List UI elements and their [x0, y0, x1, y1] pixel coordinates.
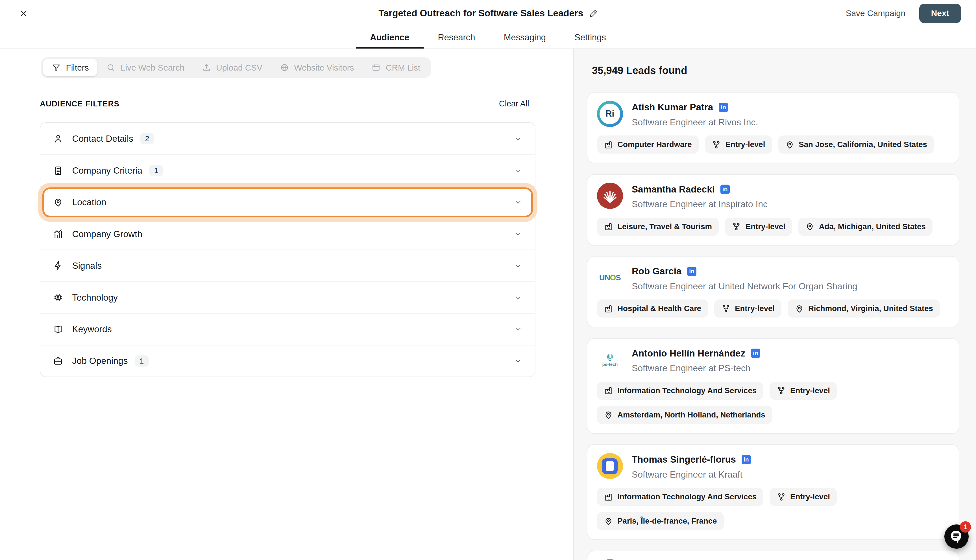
- audience-filters-panel: FiltersLive Web SearchUpload CSVWebsite …: [0, 48, 574, 560]
- segment-website-visitors: Website Visitors: [271, 59, 363, 76]
- lead-tag-richmond-virginia-united-states: Richmond, Virginia, United States: [787, 300, 940, 318]
- filter-label: Technology: [72, 292, 118, 303]
- lead-tag-entry-level: Entry-level: [769, 488, 837, 506]
- page-title: Targeted Outreach for Software Sales Lea…: [379, 8, 583, 18]
- segment-label: CRM List: [386, 63, 420, 73]
- map-pin-icon: [795, 304, 804, 313]
- chevron-down-icon: [514, 166, 522, 175]
- tag-label: Entry-level: [735, 304, 775, 313]
- close-button[interactable]: [15, 5, 32, 22]
- lead-subtitle: Software Engineer at Inspirato Inc: [632, 199, 767, 210]
- tag-label: Entry-level: [790, 386, 830, 395]
- seniority-icon: [777, 492, 786, 502]
- lead-card-atish-kumar-patra[interactable]: RiAtish Kumar PatrainSoftware Engineer a…: [587, 92, 959, 163]
- lead-card-evan-babb[interactable]: CytovaleEvan BabbinSoftware Engineer at …: [587, 551, 959, 560]
- chevron-down-icon: [514, 262, 522, 270]
- filter-row-contact-details[interactable]: Contact Details2: [40, 123, 535, 154]
- filter-row-company-growth[interactable]: Company Growth: [40, 218, 535, 250]
- tab-audience[interactable]: Audience: [356, 27, 424, 48]
- avatar: Ri: [597, 101, 623, 127]
- search-icon: [106, 63, 115, 72]
- tab-research[interactable]: Research: [424, 27, 489, 48]
- lead-card-thomas-singerl-florus[interactable]: Thomas Singerlé-florusinSoftware Enginee…: [587, 444, 959, 540]
- tag-label: Richmond, Virginia, United States: [808, 304, 933, 313]
- filter-row-keywords[interactable]: Keywords: [40, 313, 535, 345]
- campaign-title-wrap: Targeted Outreach for Software Sales Lea…: [0, 8, 976, 18]
- filter-row-location[interactable]: Location: [40, 186, 535, 218]
- linkedin-badge[interactable]: in: [719, 103, 728, 112]
- industry-icon: [604, 140, 613, 149]
- tag-label: Information Technology And Services: [617, 386, 757, 395]
- lead-subtitle: Software Engineer at Kraaft: [632, 469, 751, 480]
- chevron-down-icon: [514, 357, 522, 365]
- leads-results-panel: 35,949 Leads found RiAtish Kumar Patrain…: [574, 48, 976, 560]
- filters-heading: AUDIENCE FILTERS: [40, 99, 120, 108]
- chevron-down-icon: [514, 325, 522, 333]
- lead-card-antonio-hell-n-hern-ndez[interactable]: ps-techAntonio Hellín HernándezinSoftwar…: [587, 338, 959, 434]
- lead-card-samantha-radecki[interactable]: Samantha RadeckiinSoftware Engineer at I…: [587, 174, 959, 245]
- tab-messaging[interactable]: Messaging: [489, 27, 560, 48]
- seniority-icon: [777, 386, 786, 395]
- filter-count-badge: 1: [135, 355, 149, 367]
- filter-row-company-criteria[interactable]: Company Criteria1: [40, 154, 535, 186]
- lead-name: Thomas Singerlé-florus: [632, 454, 736, 465]
- topbar: Targeted Outreach for Software Sales Lea…: [0, 0, 976, 27]
- avatar: [597, 183, 623, 209]
- campaign-builder-window: Targeted Outreach for Software Sales Lea…: [0, 0, 976, 560]
- pencil-icon[interactable]: [589, 9, 597, 18]
- lead-name: Atish Kumar Patra: [632, 102, 713, 113]
- linkedin-badge[interactable]: in: [751, 348, 760, 358]
- filter-label: Contact Details: [72, 133, 133, 144]
- linkedin-badge[interactable]: in: [742, 455, 751, 464]
- filter-row-signals[interactable]: Signals: [40, 250, 535, 281]
- save-campaign-button[interactable]: Save Campaign: [846, 8, 906, 18]
- chat-launcher-button[interactable]: 1: [944, 525, 969, 549]
- seniority-icon: [721, 304, 731, 313]
- globe-icon: [280, 63, 289, 72]
- filter-label: Location: [72, 197, 106, 207]
- lead-tag-computer-hardware: Computer Hardware: [597, 135, 699, 153]
- industry-icon: [604, 492, 613, 502]
- person-icon: [53, 133, 63, 144]
- tag-label: Leisure, Travel & Tourism: [617, 222, 712, 231]
- tag-label: Entry-level: [746, 222, 785, 231]
- segment-label: Filters: [66, 63, 89, 73]
- lead-card-rob-garcia[interactable]: UNOSRob GarciainSoftware Engineer at Uni…: [587, 256, 959, 327]
- map-pin-icon: [53, 197, 63, 207]
- lead-tag-entry-level: Entry-level: [725, 218, 792, 236]
- industry-icon: [604, 386, 613, 395]
- tag-label: Information Technology And Services: [617, 492, 757, 501]
- lead-tag-paris-le-de-france-france: Paris, Île-de-france, France: [597, 512, 724, 530]
- lead-subtitle: Software Engineer at Rivos Inc.: [632, 117, 758, 128]
- filter-count-badge: 1: [149, 165, 163, 177]
- filter-label: Keywords: [72, 324, 112, 335]
- lead-tags: Information Technology And ServicesEntry…: [597, 488, 949, 530]
- close-icon: [18, 8, 28, 18]
- lead-tag-entry-level: Entry-level: [705, 135, 772, 153]
- filter-label: Company Growth: [72, 229, 142, 239]
- briefcase-icon: [53, 356, 63, 366]
- tab-settings[interactable]: Settings: [560, 27, 621, 48]
- linkedin-badge[interactable]: in: [721, 185, 730, 194]
- filter-label: Signals: [72, 260, 102, 271]
- lead-card-list: RiAtish Kumar PatrainSoftware Engineer a…: [587, 92, 959, 560]
- tag-label: Ada, Michigan, United States: [819, 222, 926, 231]
- segment-filters[interactable]: Filters: [43, 59, 97, 76]
- lightning-icon: [53, 260, 63, 271]
- next-button[interactable]: Next: [919, 4, 961, 23]
- tag-label: Computer Hardware: [617, 140, 692, 149]
- linkedin-badge[interactable]: in: [687, 267, 696, 276]
- tag-label: Amsterdam, North Holland, Netherlands: [617, 410, 765, 420]
- avatar: [597, 453, 623, 479]
- lead-tag-ada-michigan-united-states: Ada, Michigan, United States: [798, 218, 933, 236]
- avatar: Cytovale: [597, 559, 623, 560]
- seniority-icon: [732, 222, 741, 231]
- clear-all-button[interactable]: Clear All: [499, 99, 529, 108]
- segment-label: Live Web Search: [120, 63, 184, 73]
- lead-tag-information-technology-and-services: Information Technology And Services: [597, 488, 764, 506]
- filter-row-job-openings[interactable]: Job Openings1: [40, 345, 535, 377]
- lead-tags: Hospital & Health CareEntry-levelRichmon…: [597, 300, 949, 318]
- filter-row-technology[interactable]: Technology: [40, 282, 535, 313]
- lead-tag-san-jose-california-united-states: San Jose, California, United States: [778, 135, 934, 153]
- chevron-down-icon: [514, 198, 522, 207]
